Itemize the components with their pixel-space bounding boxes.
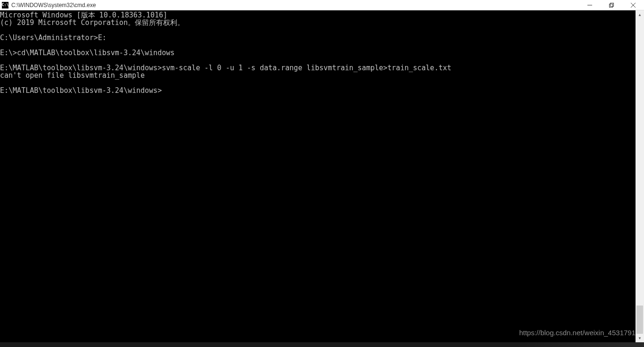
terminal-output[interactable]: Microsoft Windows [版本 10.0.18363.1016] (… bbox=[0, 10, 636, 342]
maximize-button[interactable] bbox=[601, 0, 622, 10]
scroll-thumb[interactable] bbox=[636, 306, 643, 334]
cmd-icon: C:\ bbox=[2, 2, 8, 8]
minimize-icon bbox=[587, 3, 592, 8]
maximize-icon bbox=[609, 3, 614, 8]
terminal-area: Microsoft Windows [版本 10.0.18363.1016] (… bbox=[0, 10, 644, 342]
close-button[interactable] bbox=[622, 0, 644, 10]
svg-rect-2 bbox=[611, 3, 614, 6]
close-icon bbox=[631, 3, 636, 8]
scroll-track[interactable] bbox=[636, 19, 644, 334]
window-title: C:\WINDOWS\system32\cmd.exe bbox=[11, 2, 579, 8]
titlebar: C:\ C:\WINDOWS\system32\cmd.exe bbox=[0, 0, 644, 10]
svg-rect-1 bbox=[610, 4, 613, 7]
scroll-up-arrow[interactable]: ▲ bbox=[636, 10, 644, 19]
window-controls bbox=[579, 0, 644, 10]
watermark-text: https://blog.csdn.net/weixin_4531791 bbox=[519, 329, 636, 337]
taskbar-edge bbox=[0, 342, 644, 347]
scroll-down-arrow[interactable]: ▼ bbox=[636, 334, 644, 342]
minimize-button[interactable] bbox=[579, 0, 601, 10]
vertical-scrollbar[interactable]: ▲ ▼ bbox=[636, 10, 644, 342]
